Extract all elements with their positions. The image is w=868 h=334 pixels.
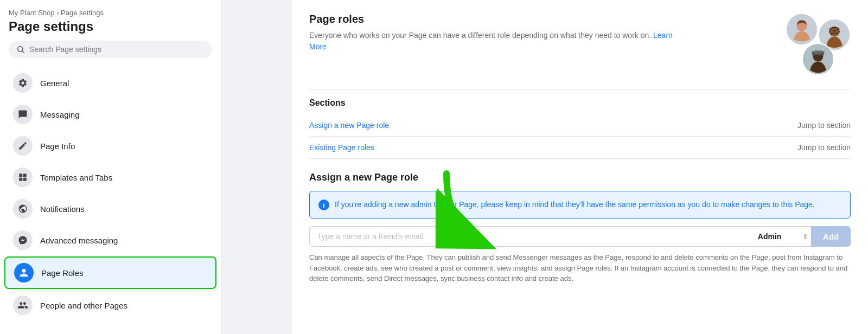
page-title: Page settings — [9, 19, 212, 34]
page-roles-info: Page roles Everyone who works on your Pa… — [309, 13, 678, 53]
sections-title: Sections — [309, 89, 851, 108]
gear-icon — [13, 73, 33, 93]
existing-page-roles-link[interactable]: Existing Page roles — [309, 143, 374, 152]
page-roles-desc: Everyone who works on your Page can have… — [309, 30, 678, 53]
role-select[interactable]: Admin Editor Moderator Advertiser Analys… — [751, 227, 811, 246]
sidebar-item-advanced-messaging-label: Advanced messaging — [40, 236, 118, 245]
sidebar-item-general-label: General — [40, 79, 69, 88]
assign-page-role-link[interactable]: Assign a new Page role — [309, 121, 389, 130]
content-panel: Page roles Everyone who works on your Pa… — [292, 0, 868, 334]
person-icon — [14, 263, 34, 282]
svg-line-1 — [22, 51, 24, 53]
chat-icon — [13, 105, 33, 124]
sidebar-item-general[interactable]: General — [4, 68, 216, 98]
avatar-1 — [786, 13, 818, 46]
sidebar-item-page-info-label: Page Info — [40, 142, 75, 151]
avatar-group — [775, 13, 851, 78]
role-description: Can manage all aspects of the Page. They… — [309, 252, 851, 284]
sidebar-header: My Plant Shop › Page settings Page setti… — [0, 0, 221, 67]
page-roles-title: Page roles — [309, 13, 678, 25]
sidebar: My Plant Shop › Page settings Page setti… — [0, 0, 221, 334]
messenger-icon — [13, 230, 33, 250]
sidebar-item-page-info[interactable]: Page Info — [4, 131, 216, 161]
page-roles-desc-text: Everyone who works on your Page can have… — [309, 31, 651, 40]
sidebar-item-messaging-label: Messaging — [40, 110, 80, 119]
section-link-row-2: Existing Page roles Jump to section — [309, 137, 851, 159]
search-icon — [16, 45, 25, 54]
sidebar-item-page-roles-label: Page Roles — [41, 268, 84, 278]
sidebar-item-templates-tabs[interactable]: Templates and Tabs — [4, 162, 216, 192]
role-select-wrapper[interactable]: Admin Editor Moderator Advertiser Analys… — [751, 226, 811, 247]
jump-to-section-2[interactable]: Jump to section — [797, 143, 851, 152]
sidebar-item-messaging[interactable]: Messaging — [4, 99, 216, 130]
info-box-text: If you're adding a new admin to your Pag… — [335, 199, 815, 210]
role-name-email-input[interactable] — [309, 226, 751, 247]
search-input[interactable] — [29, 45, 205, 54]
page-roles-header: Page roles Everyone who works on your Pa… — [309, 13, 851, 78]
sidebar-item-people-pages[interactable]: People and other Pages — [4, 290, 216, 320]
breadcrumb-separator: › — [55, 9, 61, 17]
sidebar-item-page-roles[interactable]: Page Roles — [4, 256, 216, 289]
sidebar-item-advanced-messaging[interactable]: Advanced messaging — [4, 225, 216, 255]
grid-icon — [13, 168, 33, 187]
breadcrumb-current: Page settings — [61, 9, 104, 17]
section-link-row-1: Assign a new Page role Jump to section — [309, 114, 851, 137]
avatar-3 — [802, 43, 834, 75]
jump-to-section-1[interactable]: Jump to section — [797, 121, 851, 130]
globe-icon — [13, 199, 33, 219]
breadcrumb-parent: My Plant Shop — [9, 9, 55, 17]
sidebar-item-notifications[interactable]: Notifications — [4, 194, 216, 224]
sidebar-item-templates-tabs-label: Templates and Tabs — [40, 173, 112, 182]
sidebar-nav: General Messaging Page Info Templates an… — [0, 67, 221, 322]
sidebar-item-notifications-label: Notifications — [40, 204, 85, 214]
info-icon: i — [318, 200, 329, 210]
add-role-button[interactable]: Add — [811, 226, 851, 247]
sidebar-item-people-pages-label: People and other Pages — [40, 301, 127, 310]
assign-new-role-title: Assign a new Page role — [309, 172, 851, 183]
svg-point-13 — [812, 50, 825, 54]
info-box: i If you're adding a new admin to your P… — [309, 191, 851, 219]
role-input-row: Admin Editor Moderator Advertiser Analys… — [309, 226, 851, 247]
main-wrapper: Page roles Everyone who works on your Pa… — [221, 0, 868, 334]
group-icon — [13, 296, 33, 315]
pencil-icon — [13, 136, 33, 156]
search-bar[interactable] — [9, 41, 212, 58]
sidebar-gap — [221, 0, 292, 334]
breadcrumb: My Plant Shop › Page settings — [9, 9, 212, 17]
